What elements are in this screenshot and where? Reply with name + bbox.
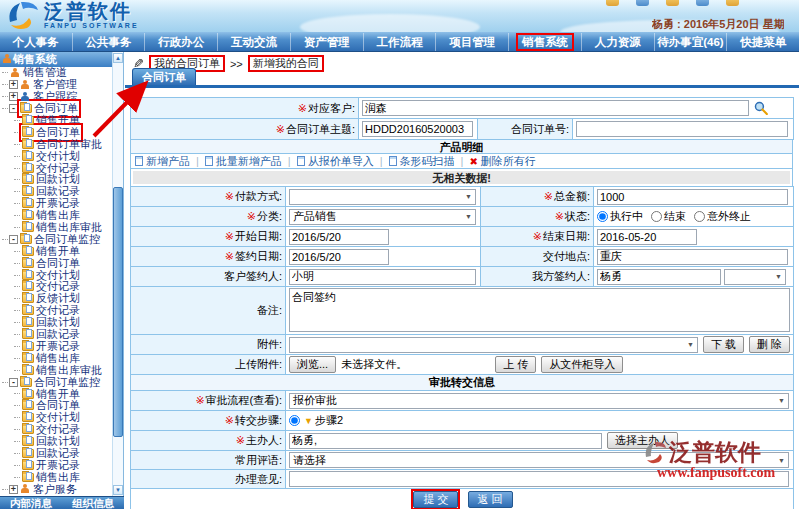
category-select[interactable]: 产品销售▼ bbox=[289, 209, 476, 225]
status-radio[interactable] bbox=[694, 211, 705, 222]
status-radio[interactable] bbox=[597, 211, 608, 222]
total-label: ※总金额: bbox=[481, 187, 594, 207]
nav-item-3[interactable]: 互动交流 bbox=[217, 33, 290, 51]
sign-date-input[interactable] bbox=[289, 249, 389, 265]
toolbar-button-2[interactable]: 从报价单导入 bbox=[297, 154, 374, 169]
toolbar-button-4[interactable]: ✖删除所有行 bbox=[469, 154, 535, 169]
expand-toggle-icon[interactable]: + bbox=[9, 92, 18, 101]
folder-icon bbox=[22, 259, 34, 268]
our-signer-select[interactable]: ▼ bbox=[724, 269, 786, 285]
order-no-input[interactable] bbox=[576, 121, 788, 137]
payment-select[interactable]: ▼ bbox=[289, 189, 476, 205]
tab-contract-order[interactable]: 合同订单 bbox=[132, 68, 196, 85]
folder-icon bbox=[22, 318, 34, 327]
attachment-select[interactable]: ▼ bbox=[289, 337, 698, 353]
download-button[interactable]: 下 载 bbox=[703, 336, 744, 353]
step-radio[interactable] bbox=[289, 415, 300, 426]
end-date-input[interactable] bbox=[597, 229, 697, 245]
toolbar-button-3[interactable]: 条形码扫描 bbox=[389, 154, 455, 169]
nav-item-0[interactable]: 个人事务 bbox=[0, 33, 72, 51]
tree-connector bbox=[14, 453, 20, 454]
folder-icon bbox=[22, 461, 34, 470]
approval-flow-select[interactable]: 报价审批▼ bbox=[289, 393, 789, 409]
toolbar-separator: | bbox=[380, 155, 383, 167]
tree-item-35[interactable]: +客户服务 bbox=[0, 483, 113, 495]
import-from-cabinet-button[interactable]: 从文件柜导入 bbox=[541, 356, 623, 373]
toolbar-button-1[interactable]: 批量新增产品 bbox=[205, 154, 282, 169]
form-table-top: ※对应客户: ※合同订单主题: 合同订单号: bbox=[130, 97, 794, 140]
folder-icon bbox=[20, 104, 32, 113]
tree-item-content: 客户服务 bbox=[19, 482, 78, 496]
order-no-label: 合同订单号: bbox=[478, 119, 573, 140]
delete-button[interactable]: 删 除 bbox=[749, 336, 790, 353]
nav-item-1[interactable]: 公共事务 bbox=[72, 33, 145, 51]
header-mini-icon[interactable] bbox=[696, 0, 709, 6]
start-date-input[interactable] bbox=[289, 229, 389, 245]
total-input[interactable] bbox=[597, 189, 788, 205]
remark-textarea[interactable]: 合同签约 bbox=[289, 288, 790, 332]
document-icon bbox=[135, 156, 143, 166]
main-nav-bar: 个人事务公共事务行政办公互动交流资产管理工作流程项目管理销售系统人力资源待办事宜… bbox=[0, 32, 799, 52]
nav-item-10[interactable]: 快捷菜单 bbox=[726, 33, 799, 51]
status-option-执行中[interactable]: 执行中 bbox=[597, 210, 643, 222]
header-mini-icon[interactable] bbox=[666, 0, 679, 6]
app-window: 泛普软件 FANPU SOFTWARE 杨勇 : 2016年5月20日 星期五 … bbox=[0, 0, 799, 509]
sidebar-header: 销售系统 bbox=[0, 52, 113, 67]
tab-org-info[interactable]: 组织信息 bbox=[62, 497, 124, 509]
submit-button[interactable]: 提 交 bbox=[413, 491, 458, 508]
breadcrumb-item-new-contract[interactable]: 新增我的合同 bbox=[248, 55, 324, 72]
scroll-up-icon[interactable]: ▲ bbox=[113, 53, 123, 63]
upload-button[interactable]: 上 传 bbox=[495, 356, 536, 373]
nav-item-6[interactable]: 项目管理 bbox=[435, 33, 508, 51]
header-mini-icon[interactable] bbox=[726, 0, 739, 6]
delivery-place-input[interactable] bbox=[597, 249, 788, 265]
nav-item-9[interactable]: 待办事宜(46) bbox=[654, 33, 727, 51]
scroll-down-icon[interactable]: ▼ bbox=[113, 485, 123, 495]
no-file-text: 未选择文件。 bbox=[341, 357, 407, 372]
customer-input[interactable] bbox=[362, 100, 749, 116]
folder-icon bbox=[22, 116, 34, 125]
customer-signer-input[interactable] bbox=[289, 269, 476, 285]
person-icon bbox=[20, 484, 31, 494]
tree-connector bbox=[14, 144, 20, 145]
browse-button[interactable]: 浏览... bbox=[289, 356, 336, 373]
expand-toggle-icon[interactable]: + bbox=[9, 485, 18, 494]
toolbar-button-0[interactable]: 新增产品 bbox=[135, 154, 190, 169]
scrollbar-thumb[interactable] bbox=[113, 187, 123, 437]
status-radio[interactable] bbox=[651, 211, 662, 222]
status-option-结束[interactable]: 结束 bbox=[651, 210, 686, 222]
logo-text: 泛普软件 FANPU SOFTWARE bbox=[44, 1, 139, 30]
sidebar-tree: 销售管道+客户管理+客户跟踪-合同订单销售开单合同订单合同订单审批交付计划交付记… bbox=[0, 67, 113, 496]
subject-input[interactable] bbox=[362, 121, 473, 137]
expand-toggle-icon[interactable]: + bbox=[9, 80, 18, 89]
nav-item-5[interactable]: 工作流程 bbox=[363, 33, 436, 51]
folder-icon bbox=[22, 271, 34, 280]
tree-connector bbox=[2, 96, 8, 97]
folder-icon bbox=[22, 342, 34, 351]
phrase-label: 常用评语: bbox=[131, 451, 286, 470]
sidebar-scrollbar[interactable]: ▲ ▼ bbox=[112, 52, 123, 496]
tree-connector bbox=[14, 429, 20, 430]
step-radio-option[interactable]: ▼步骤2 bbox=[289, 414, 343, 426]
tab-internal-message[interactable]: 内部消息 bbox=[0, 497, 62, 509]
search-icon[interactable] bbox=[754, 101, 768, 115]
expand-toggle-icon[interactable]: - bbox=[9, 378, 18, 387]
our-signer-input[interactable] bbox=[597, 269, 721, 285]
no-data-message: 无相关数据! bbox=[133, 171, 790, 184]
nav-item-8[interactable]: 人力资源 bbox=[581, 33, 654, 51]
product-toolbar: 新增产品|批量新增产品|从报价单导入|条形码扫描|✖删除所有行 bbox=[130, 153, 793, 169]
expand-toggle-icon[interactable]: - bbox=[9, 235, 18, 244]
upload-label: 上传附件: bbox=[131, 355, 286, 375]
tree-connector bbox=[14, 393, 20, 394]
nav-item-4[interactable]: 资产管理 bbox=[290, 33, 363, 51]
nav-item-2[interactable]: 行政办公 bbox=[144, 33, 217, 51]
header-mini-icon[interactable] bbox=[606, 0, 619, 6]
owner-input[interactable] bbox=[289, 433, 602, 449]
expand-toggle-icon[interactable]: - bbox=[9, 104, 18, 113]
nav-item-7[interactable]: 销售系统 bbox=[508, 33, 581, 51]
header-mini-icon[interactable] bbox=[636, 0, 649, 6]
status-option-意外终止[interactable]: 意外终止 bbox=[694, 210, 751, 222]
folder-icon bbox=[22, 473, 34, 482]
folder-icon bbox=[22, 437, 34, 446]
back-button[interactable]: 返 回 bbox=[468, 491, 513, 508]
